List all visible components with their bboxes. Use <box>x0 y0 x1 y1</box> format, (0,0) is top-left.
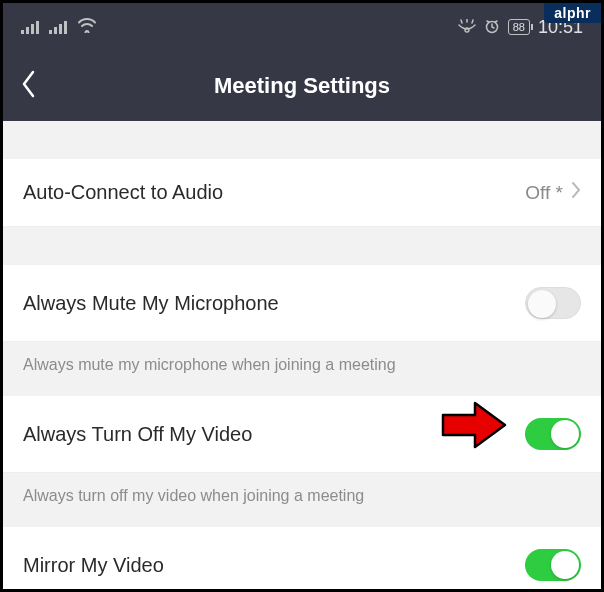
toggle-knob <box>551 420 579 448</box>
back-button[interactable] <box>21 70 37 102</box>
eye-protection-icon <box>458 19 476 36</box>
signal-icon-2 <box>49 20 67 34</box>
turn-off-video-description: Always turn off my video when joining a … <box>3 473 601 527</box>
header: Meeting Settings <box>3 51 601 121</box>
mute-microphone-row[interactable]: Always Mute My Microphone <box>3 265 601 342</box>
mirror-video-row[interactable]: Mirror My Video <box>3 527 601 592</box>
chevron-right-icon <box>571 181 581 204</box>
battery-icon: 88 <box>508 19 530 35</box>
section-spacer <box>3 227 601 265</box>
mute-mic-label: Always Mute My Microphone <box>23 292 279 315</box>
auto-connect-label: Auto-Connect to Audio <box>23 181 223 204</box>
mute-mic-toggle[interactable] <box>525 287 581 319</box>
turn-off-video-row[interactable]: Always Turn Off My Video <box>3 396 601 473</box>
mirror-video-toggle[interactable] <box>525 549 581 581</box>
alphr-watermark: alphr <box>544 3 601 23</box>
mirror-video-label: Mirror My Video <box>23 554 164 577</box>
signal-icon-1 <box>21 20 39 34</box>
toggle-knob <box>551 551 579 579</box>
toggle-knob <box>528 290 556 318</box>
turn-off-video-toggle[interactable] <box>525 418 581 450</box>
auto-connect-audio-row[interactable]: Auto-Connect to Audio Off * <box>3 159 601 227</box>
wifi-icon <box>77 17 97 37</box>
settings-list: Auto-Connect to Audio Off * Always Mute … <box>3 121 601 592</box>
turn-off-video-label: Always Turn Off My Video <box>23 423 252 446</box>
status-bar: 88 10:51 <box>3 3 601 51</box>
auto-connect-value: Off * <box>525 181 581 204</box>
mute-mic-description: Always mute my microphone when joining a… <box>3 342 601 396</box>
alarm-icon <box>484 18 500 37</box>
page-title: Meeting Settings <box>214 73 390 99</box>
auto-connect-value-text: Off * <box>525 182 563 204</box>
section-spacer <box>3 121 601 159</box>
status-left <box>21 17 97 37</box>
